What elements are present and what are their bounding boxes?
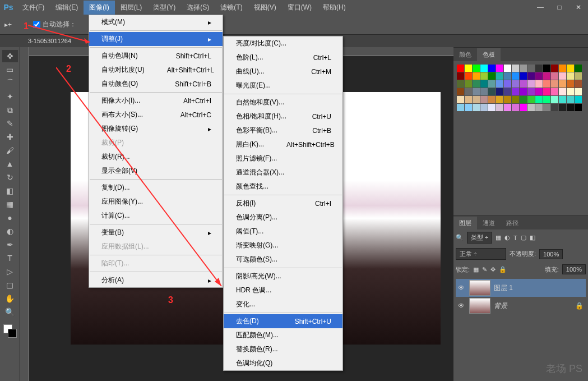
swatch[interactable] <box>512 88 519 95</box>
swatch[interactable] <box>575 72 582 80</box>
gradient-tool[interactable]: ▦ <box>2 198 18 210</box>
channels-tab[interactable]: 通道 <box>477 217 501 229</box>
swatch[interactable] <box>504 80 511 88</box>
swatch[interactable] <box>473 72 480 80</box>
document-tab[interactable]: 3-15053011264 <box>22 36 77 46</box>
swatch[interactable] <box>535 80 543 88</box>
swatch[interactable] <box>512 65 519 72</box>
layer-thumbnail[interactable] <box>469 280 490 296</box>
auto-select-input[interactable] <box>33 21 40 28</box>
menu-select[interactable]: 选择(S) <box>181 1 215 15</box>
lock-all-icon[interactable]: 🔒 <box>499 266 507 273</box>
path-tool[interactable]: ▷ <box>2 265 18 278</box>
swatch[interactable] <box>520 72 527 80</box>
menu-trim[interactable]: 裁切(R)... <box>89 150 223 164</box>
marquee-tool[interactable]: ▭ <box>2 63 18 76</box>
swatches-tab[interactable]: 色板 <box>477 48 501 61</box>
filter-smart-icon[interactable]: ◧ <box>530 234 535 241</box>
swatch[interactable] <box>567 88 574 95</box>
swatch[interactable] <box>543 88 550 95</box>
swatch[interactable] <box>543 72 550 80</box>
type-tool[interactable]: T <box>2 252 18 264</box>
menu-desaturate[interactable]: 去色(D)Shift+Ctrl+U <box>224 314 342 328</box>
fill-value[interactable]: 100% <box>562 264 586 274</box>
swatch[interactable] <box>527 80 535 88</box>
swatch[interactable] <box>520 65 527 72</box>
swatch[interactable] <box>567 65 574 72</box>
zoom-tool[interactable]: 🔍 <box>2 306 18 318</box>
swatch[interactable] <box>543 104 550 111</box>
visibility-icon[interactable]: 👁 <box>458 302 466 310</box>
swatch[interactable] <box>480 65 488 72</box>
swatch[interactable] <box>559 65 566 72</box>
swatch[interactable] <box>559 80 566 88</box>
swatch[interactable] <box>496 72 503 80</box>
swatch[interactable] <box>488 72 496 80</box>
brush-tool[interactable]: 🖌 <box>2 144 18 157</box>
swatch[interactable] <box>473 65 480 72</box>
swatch[interactable] <box>488 65 496 72</box>
swatch[interactable] <box>457 96 464 103</box>
swatch[interactable] <box>473 96 480 103</box>
filter-adjust-icon[interactable]: ◐ <box>504 234 510 241</box>
swatch[interactable] <box>543 96 550 103</box>
menu-type[interactable]: 类型(Y) <box>147 1 181 15</box>
menu-mode[interactable]: 模式(M)▸ <box>89 15 223 29</box>
swatch[interactable] <box>457 88 464 95</box>
swatch[interactable] <box>543 65 550 72</box>
menu-color-lookup[interactable]: 颜色查找... <box>224 180 342 194</box>
swatch[interactable] <box>535 88 543 95</box>
swatch[interactable] <box>496 88 503 95</box>
swatch[interactable] <box>457 72 464 80</box>
swatch[interactable] <box>575 96 582 103</box>
menu-selective-color[interactable]: 可选颜色(S)... <box>224 253 342 267</box>
filter-shape-icon[interactable]: ▢ <box>521 234 526 241</box>
stamp-tool[interactable]: ▲ <box>2 158 18 170</box>
swatch[interactable] <box>535 72 543 80</box>
shape-tool[interactable]: ▢ <box>2 279 18 291</box>
menu-equalize[interactable]: 色调均化(Q) <box>224 356 342 370</box>
swatch[interactable] <box>551 72 558 80</box>
swatch[interactable] <box>496 104 503 111</box>
swatch[interactable] <box>465 80 472 88</box>
background-color[interactable] <box>8 329 17 338</box>
swatch[interactable] <box>504 96 511 103</box>
swatch[interactable] <box>504 65 511 72</box>
swatch[interactable] <box>504 104 511 111</box>
visibility-icon[interactable]: 👁 <box>458 284 466 292</box>
layer-name[interactable]: 图层 1 <box>494 283 513 293</box>
swatch[interactable] <box>527 88 535 95</box>
swatch[interactable] <box>488 104 496 111</box>
menu-window[interactable]: 窗口(W) <box>282 1 317 15</box>
menu-exposure[interactable]: 曝光度(E)... <box>224 79 342 93</box>
menu-canvas-size[interactable]: 画布大小(S)...Alt+Ctrl+C <box>89 108 223 122</box>
swatch[interactable] <box>457 104 464 111</box>
menu-edit[interactable]: 编辑(E) <box>50 1 84 15</box>
hand-tool[interactable]: ✋ <box>2 292 18 305</box>
menu-duplicate[interactable]: 复制(D)... <box>89 181 223 195</box>
minimize-button[interactable]: — <box>532 2 549 13</box>
swatch[interactable] <box>504 88 511 95</box>
swatch[interactable] <box>512 72 519 80</box>
menu-auto-color[interactable]: 自动颜色(O)Shift+Ctrl+B <box>89 77 223 91</box>
menu-shadows-highlights[interactable]: 阴影/高光(W)... <box>224 269 342 283</box>
swatch[interactable] <box>488 80 496 88</box>
swatch[interactable] <box>551 88 558 95</box>
menu-photo-filter[interactable]: 照片滤镜(F)... <box>224 152 342 166</box>
swatch[interactable] <box>559 88 566 95</box>
swatch[interactable] <box>551 104 558 111</box>
eraser-tool[interactable]: ◧ <box>2 185 18 197</box>
menu-help[interactable]: 帮助(H) <box>317 1 351 15</box>
menu-hdr-toning[interactable]: HDR 色调... <box>224 283 342 297</box>
menu-analysis[interactable]: 分析(A)▸ <box>89 273 223 287</box>
menu-image-rotation[interactable]: 图像旋转(G)▸ <box>89 122 223 136</box>
layers-tab[interactable]: 图层 <box>453 217 477 229</box>
dodge-tool[interactable]: ◐ <box>2 225 18 237</box>
swatch[interactable] <box>457 80 464 88</box>
swatch[interactable] <box>575 88 582 95</box>
swatch[interactable] <box>559 104 566 111</box>
swatch[interactable] <box>567 96 574 103</box>
menu-variables[interactable]: 变量(B)▸ <box>89 226 223 240</box>
swatch[interactable] <box>567 80 574 88</box>
swatch[interactable] <box>488 88 496 95</box>
